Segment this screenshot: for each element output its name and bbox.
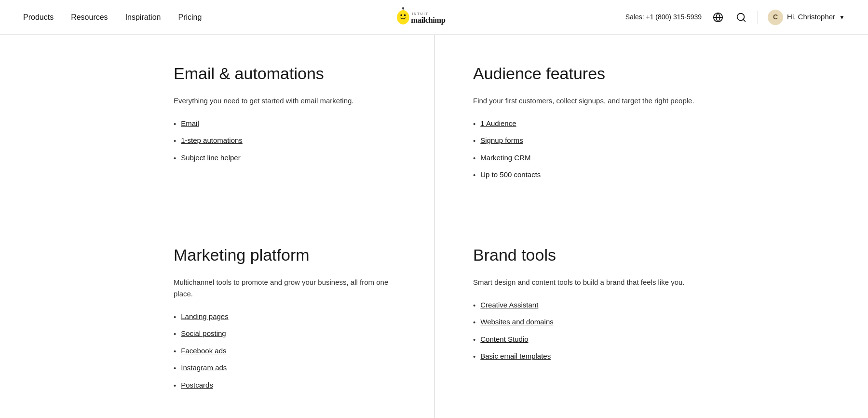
bullet-icon: • [174, 346, 176, 357]
list-item: • Up to 500 contacts [473, 169, 694, 181]
facebook-ads-link[interactable]: Facebook ads [181, 346, 226, 357]
user-menu[interactable]: C Hi, Christopher ▼ [768, 10, 845, 25]
list-item: • Instagram ads [174, 362, 405, 374]
list-item: • Basic email templates [473, 351, 694, 362]
subject-line-link[interactable]: Subject line helper [181, 153, 240, 164]
list-item: • Subject line helper [174, 153, 405, 164]
bullet-icon: • [174, 136, 176, 147]
brand-tools-title: Brand tools [473, 245, 694, 265]
nav-item-resources[interactable]: Resources [71, 12, 108, 23]
creative-assistant-link[interactable]: Creative Assistant [480, 300, 538, 311]
nav-divider [758, 11, 758, 24]
user-avatar: C [768, 10, 783, 25]
email-automations-desc: Everything you need to get started with … [174, 95, 405, 107]
svg-point-5 [402, 7, 404, 9]
audience-features-title: Audience features [473, 64, 694, 84]
section-email-automations: Email & automations Everything you need … [174, 35, 434, 216]
nav-item-inspiration[interactable]: Inspiration [125, 12, 161, 23]
bullet-icon: • [473, 119, 475, 130]
bullet-icon: • [473, 170, 475, 181]
bullet-icon: • [174, 119, 176, 130]
list-item: • Facebook ads [174, 346, 405, 357]
signup-forms-link[interactable]: Signup forms [480, 135, 523, 146]
contacts-text: Up to 500 contacts [480, 169, 541, 181]
list-item: • Content Studio [473, 334, 694, 346]
bullet-icon: • [473, 136, 475, 147]
postcards-link[interactable]: Postcards [181, 380, 213, 391]
svg-line-11 [743, 19, 745, 21]
landing-pages-link[interactable]: Landing pages [181, 311, 228, 322]
email-templates-link[interactable]: Basic email templates [480, 351, 551, 362]
email-automations-title: Email & automations [174, 64, 405, 84]
svg-point-2 [400, 14, 402, 16]
list-item: • Postcards [174, 380, 405, 391]
bullet-icon: • [473, 317, 475, 328]
marketing-platform-list: • Landing pages • Social posting • Faceb… [174, 311, 405, 391]
svg-point-3 [404, 14, 406, 16]
sales-phone: Sales: +1 (800) 315-5939 [625, 12, 702, 22]
list-item: • Email [174, 118, 405, 130]
websites-domains-link[interactable]: Websites and domains [480, 317, 553, 328]
bullet-icon: • [174, 380, 176, 391]
section-audience-features: Audience features Find your first custom… [434, 35, 694, 216]
brand-tools-desc: Smart design and content tools to build … [473, 277, 694, 288]
chevron-down-icon: ▼ [839, 13, 845, 22]
list-item: • Marketing CRM [473, 153, 694, 164]
bullet-icon: • [174, 329, 176, 340]
section-marketing-platform: Marketing platform Multichannel tools to… [174, 216, 434, 418]
nav-left: Products Resources Inspiration Pricing [23, 12, 202, 23]
bullet-icon: • [473, 300, 475, 311]
marketing-platform-desc: Multichannel tools to promote and grow y… [174, 277, 405, 300]
site-header: Products Resources Inspiration Pricing I… [0, 0, 868, 35]
email-link[interactable]: Email [181, 118, 199, 129]
marketing-platform-title: Marketing platform [174, 245, 405, 265]
list-item: • Signup forms [473, 135, 694, 147]
svg-point-1 [399, 10, 407, 21]
social-posting-link[interactable]: Social posting [181, 328, 226, 339]
main-content: Email & automations Everything you need … [145, 35, 723, 418]
automations-link[interactable]: 1-step automations [181, 135, 243, 146]
email-automations-list: • Email • 1-step automations • Subject l… [174, 118, 405, 164]
list-item: • Websites and domains [473, 317, 694, 328]
nav-item-pricing[interactable]: Pricing [178, 12, 202, 23]
section-brand-tools: Brand tools Smart design and content too… [434, 216, 694, 418]
marketing-crm-link[interactable]: Marketing CRM [480, 153, 530, 164]
svg-text:mailchimp: mailchimp [411, 15, 445, 25]
bullet-icon: • [174, 312, 176, 323]
logo[interactable]: INTUIT mailchimp [394, 7, 474, 28]
bullet-icon: • [174, 153, 176, 164]
list-item: • Creative Assistant [473, 300, 694, 311]
nav-item-products[interactable]: Products [23, 12, 54, 23]
list-item: • Landing pages [174, 311, 405, 323]
instagram-ads-link[interactable]: Instagram ads [181, 362, 227, 374]
globe-icon[interactable] [711, 11, 725, 24]
bullet-icon: • [473, 351, 475, 362]
list-item: • 1 Audience [473, 118, 694, 130]
one-audience-link[interactable]: 1 Audience [480, 118, 516, 129]
bullet-icon: • [473, 153, 475, 164]
bullet-icon: • [174, 363, 176, 374]
audience-features-list: • 1 Audience • Signup forms • Marketing … [473, 118, 694, 181]
content-studio-link[interactable]: Content Studio [480, 334, 528, 345]
search-icon[interactable] [734, 11, 748, 24]
user-greeting: Hi, Christopher [787, 12, 835, 23]
sections-row-2: Marketing platform Multichannel tools to… [174, 216, 694, 418]
bullet-icon: • [473, 334, 475, 346]
audience-features-desc: Find your first customers, collect signu… [473, 95, 694, 107]
sections-row-1: Email & automations Everything you need … [174, 35, 694, 216]
list-item: • 1-step automations [174, 135, 405, 147]
nav-right: Sales: +1 (800) 315-5939 C Hi, Christoph… [625, 10, 845, 25]
brand-tools-list: • Creative Assistant • Websites and doma… [473, 300, 694, 362]
list-item: • Social posting [174, 328, 405, 340]
